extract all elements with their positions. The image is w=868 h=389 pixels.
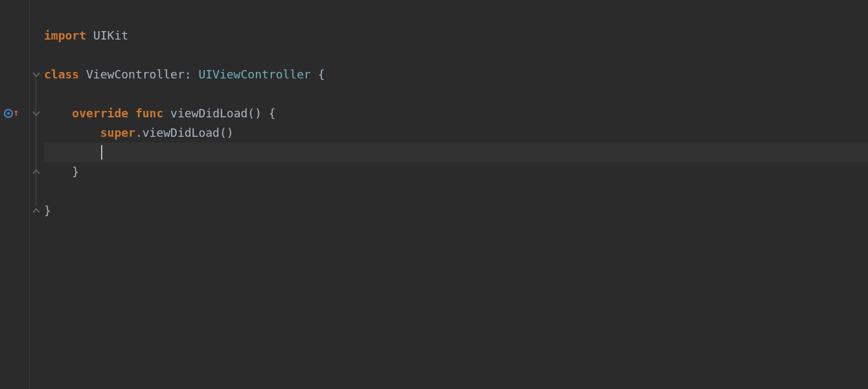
code-line[interactable]: super.viewDidLoad()	[44, 123, 868, 143]
code-line[interactable]	[44, 182, 868, 201]
gutter[interactable]	[0, 0, 30, 389]
code-line[interactable]	[44, 84, 868, 104]
token-punc: {	[269, 106, 276, 120]
token-kw: import	[44, 29, 86, 42]
token-punc: .	[135, 126, 143, 139]
token-punc: ()	[247, 106, 262, 120]
token-kw: override	[72, 106, 128, 120]
fold-guide-line	[36, 79, 36, 206]
code-line[interactable]: class ViewController: UIViewController {	[44, 65, 868, 84]
fold-collapse-icon[interactable]	[32, 109, 41, 118]
token-cls: ViewController	[86, 67, 185, 81]
token-punc: {	[318, 67, 325, 81]
fold-collapse-icon[interactable]	[32, 70, 41, 79]
code-line[interactable]: }	[44, 201, 868, 220]
token-type: UIViewController	[198, 67, 310, 81]
code-lines[interactable]: import UIKitclass ViewController: UIView…	[44, 26, 868, 220]
code-line[interactable]	[44, 143, 868, 162]
token-punc: }	[44, 204, 51, 217]
code-line[interactable]	[44, 45, 868, 65]
token-fn: viewDidLoad	[143, 126, 220, 139]
token-fn: viewDidLoad	[170, 106, 247, 120]
token-punc: ()	[220, 126, 234, 139]
override-indicator-icon[interactable]	[4, 109, 13, 118]
code-editor[interactable]: import UIKitclass ViewController: UIView…	[0, 0, 868, 389]
token-kw: func	[135, 106, 163, 120]
fold-gutter[interactable]	[30, 0, 44, 389]
token-super-kw: super	[100, 126, 135, 139]
token-punc: }	[72, 165, 79, 178]
text-caret	[101, 145, 102, 159]
code-line[interactable]: }	[44, 162, 868, 182]
fold-expand-end-icon[interactable]	[32, 206, 41, 215]
token-kw: class	[44, 67, 79, 81]
code-area[interactable]: import UIKitclass ViewController: UIView…	[44, 0, 868, 389]
override-gutter-marker[interactable]	[4, 107, 26, 120]
token-punc: :	[185, 67, 192, 81]
code-line[interactable]: import UIKit	[44, 26, 868, 45]
code-line[interactable]: override func viewDidLoad() {	[44, 104, 868, 123]
fold-expand-end-icon[interactable]	[32, 167, 41, 176]
token-cls: UIKit	[93, 29, 128, 42]
